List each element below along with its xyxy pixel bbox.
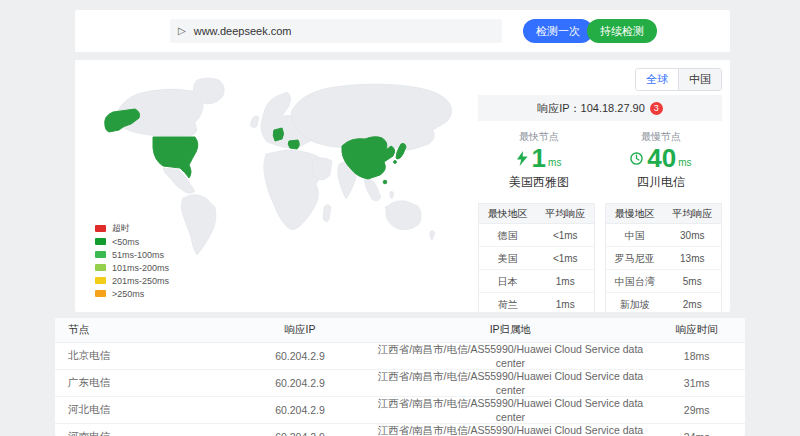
table-row: 河北电信 60.204.2.9 江西省/南昌市/电信/AS55990/Huawe… xyxy=(55,396,745,423)
legend-swatch-101-200 xyxy=(95,264,106,271)
lightning-icon xyxy=(517,151,528,166)
map-south-america xyxy=(181,195,216,256)
legend-item: <50ms xyxy=(95,235,169,248)
legend-item: 101ms-200ms xyxy=(95,261,169,274)
map-madagascar xyxy=(323,205,331,222)
url-input[interactable]: ▷ www.deepseek.com xyxy=(170,19,502,43)
fastest-node: 最快节点 1 ms 美国西雅图 xyxy=(478,130,600,191)
table-row: 罗马尼亚13ms xyxy=(606,247,721,270)
map-country-taiwan[interactable] xyxy=(383,180,387,184)
result-overview-card: 全球 中国 xyxy=(75,60,730,312)
url-value: www.deepseek.com xyxy=(194,25,292,37)
region-tables: 最快地区 平均响应 德国<1ms 美国<1ms 日本1ms 荷兰1ms 最慢地区… xyxy=(478,203,722,317)
table-row: 北京电信 60.204.2.9 江西省/南昌市/电信/AS55990/Huawe… xyxy=(55,342,745,369)
map-country-japan-south[interactable] xyxy=(394,161,397,164)
clock-icon xyxy=(630,152,643,165)
legend-swatch-gt250 xyxy=(95,290,106,297)
table-header-row: 节点 响应IP IP归属地 响应时间 xyxy=(55,318,745,342)
response-ip-bar: 响应IP：104.18.27.90 3 xyxy=(478,95,722,121)
table-row: 德国<1ms xyxy=(479,224,594,247)
legend-swatch-timeout xyxy=(95,225,106,232)
fastest-node-value: 1 xyxy=(532,145,546,172)
table-row: 新加坡2ms xyxy=(606,293,721,316)
table-row: 美国<1ms xyxy=(479,247,594,270)
node-results-table: 节点 响应IP IP归属地 响应时间 北京电信 60.204.2.9 江西省/南… xyxy=(55,318,745,436)
continuous-check-button[interactable]: 持续检测 xyxy=(587,19,657,43)
fastest-node-location: 美国西雅图 xyxy=(478,174,600,191)
table-row: 中国30ms xyxy=(606,224,721,247)
table-row: 荷兰1ms xyxy=(479,293,594,316)
slowest-node-location: 四川电信 xyxy=(600,174,722,191)
legend-item: 51ms-100ms xyxy=(95,248,169,261)
col-ip-location: IP归属地 xyxy=(372,318,648,342)
map-australia xyxy=(386,201,421,230)
table-row: 广东电信 60.204.2.9 江西省/南昌市/电信/AS55990/Huawe… xyxy=(55,369,745,396)
map-arabia xyxy=(312,158,332,180)
map-uk xyxy=(250,116,259,128)
legend-item: 201ms-250ms xyxy=(95,274,169,287)
map-country-germany[interactable] xyxy=(273,128,283,141)
search-bar-card: ▷ www.deepseek.com 检测一次 持续检测 xyxy=(75,10,730,52)
col-response-ip: 响应IP xyxy=(228,318,373,342)
slowest-regions-table: 最慢地区 平均响应 中国30ms 罗马尼亚13ms 中国台湾5ms 新加坡2ms xyxy=(605,203,722,317)
scope-tabs: 全球 中国 xyxy=(635,68,722,91)
legend-swatch-lt50 xyxy=(95,238,106,245)
table-row: 中国台湾5ms xyxy=(606,270,721,293)
map-new-zealand xyxy=(430,231,435,240)
tab-china[interactable]: 中国 xyxy=(678,69,721,90)
table-row: 日本1ms xyxy=(479,270,594,293)
table-row: 河南电信 60.204.2.9 江西省/南昌市/电信/AS55990/Huawe… xyxy=(55,423,745,436)
stats-panel: 响应IP：104.18.27.90 3 最快节点 1 ms 美国西雅图 最慢节点 xyxy=(478,95,722,317)
tab-global[interactable]: 全球 xyxy=(636,69,678,90)
map-southeast-asia xyxy=(364,179,381,201)
legend-swatch-51-100 xyxy=(95,251,106,258)
map-country-romania[interactable] xyxy=(288,140,299,149)
response-ip-label: 响应IP： xyxy=(537,101,580,116)
col-node: 节点 xyxy=(55,318,228,342)
fastest-regions-table: 最快地区 平均响应 德国<1ms 美国<1ms 日本1ms 荷兰1ms xyxy=(478,203,595,317)
col-response-time: 响应时间 xyxy=(648,318,745,342)
slowest-node-value: 40 xyxy=(647,145,676,172)
slowest-node: 最慢节点 40 ms 四川电信 xyxy=(600,130,722,191)
play-icon: ▷ xyxy=(178,26,186,36)
legend-swatch-201-250 xyxy=(95,277,106,284)
ping-test-page: ▷ www.deepseek.com 检测一次 持续检测 全球 中国 xyxy=(0,0,800,436)
ip-count-badge[interactable]: 3 xyxy=(650,102,663,115)
response-ip-value: 104.18.27.90 xyxy=(581,102,645,114)
map-philippines xyxy=(390,191,394,199)
check-once-button[interactable]: 检测一次 xyxy=(523,19,593,43)
latency-legend: 超时 <50ms 51ms-100ms 101ms-200ms 201ms-25… xyxy=(95,222,169,300)
legend-item: >250ms xyxy=(95,287,169,300)
fast-slow-summary: 最快节点 1 ms 美国西雅图 最慢节点 40 ms 四川电信 xyxy=(478,130,722,191)
legend-item: 超时 xyxy=(95,222,169,235)
node-results-card: 节点 响应IP IP归属地 响应时间 北京电信 60.204.2.9 江西省/南… xyxy=(55,318,745,436)
